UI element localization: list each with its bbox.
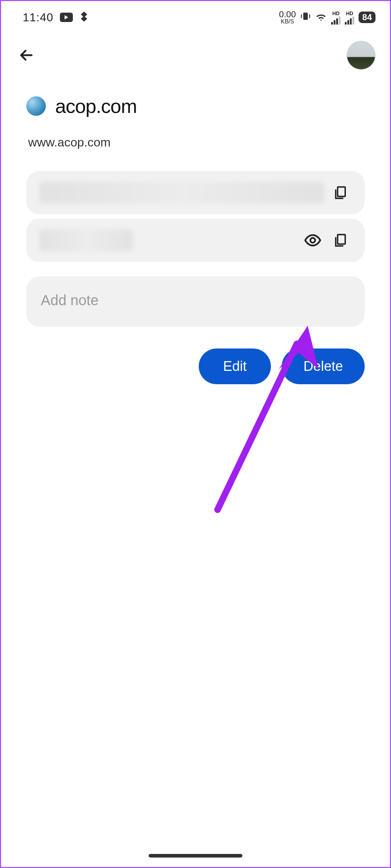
note-placeholder: Add note [41, 292, 350, 308]
back-button[interactable] [16, 44, 37, 66]
copy-password-button[interactable] [329, 229, 352, 252]
password-value-redacted [39, 229, 133, 251]
site-title-row: acop.com [1, 77, 390, 121]
app-header [1, 30, 390, 77]
svg-point-2 [310, 238, 315, 242]
action-buttons: Edit Delete [1, 327, 390, 384]
delete-button[interactable]: Delete [282, 348, 365, 384]
edit-button[interactable]: Edit [199, 348, 271, 384]
svg-rect-0 [303, 13, 308, 20]
username-value-redacted [39, 182, 324, 203]
home-indicator[interactable] [149, 854, 242, 858]
note-field[interactable]: Add note [26, 276, 365, 327]
svg-rect-1 [338, 187, 345, 196]
youtube-icon [60, 13, 73, 22]
status-bar: 11:40 0.00 KB/S HD HD [1, 1, 390, 30]
signal-1: HD [331, 10, 341, 25]
show-password-button[interactable] [301, 229, 324, 252]
password-field[interactable] [26, 219, 365, 262]
status-time: 11:40 [23, 11, 53, 24]
profile-avatar[interactable] [347, 41, 375, 70]
svg-rect-3 [338, 234, 345, 244]
site-url: www.acop.com [1, 121, 390, 167]
username-field[interactable] [26, 171, 365, 214]
app-icon [79, 11, 89, 24]
wifi-icon [315, 11, 327, 23]
data-rate: 0.00 KB/S [279, 10, 296, 25]
signal-2: HD [345, 10, 354, 25]
battery-indicator: 84 [359, 12, 375, 23]
copy-username-button[interactable] [329, 181, 352, 204]
site-name: acop.com [55, 95, 137, 117]
vibrate-icon [300, 11, 311, 24]
globe-icon [26, 96, 46, 116]
